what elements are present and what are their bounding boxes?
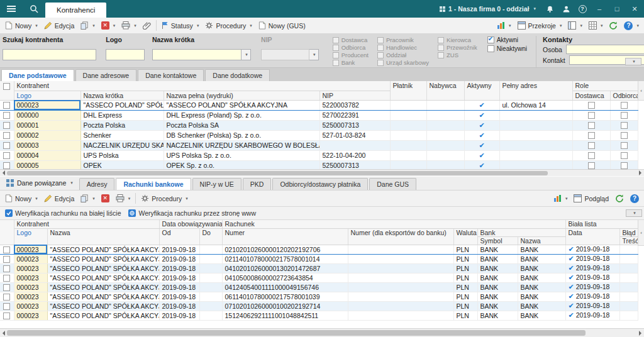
cell-platnik[interactable] <box>390 150 426 160</box>
minimize-button[interactable]: – <box>591 0 608 18</box>
cell-nabywca[interactable] <box>426 120 464 130</box>
cell-numer[interactable]: 04102010260000130201472687 <box>222 263 348 273</box>
col-biala-data[interactable]: Data <box>565 228 619 245</box>
cell-numer-eksport[interactable] <box>348 263 453 273</box>
cell-logo[interactable]: 000023 <box>14 254 47 263</box>
cell-blad[interactable] <box>619 311 638 320</box>
accounts-chart-button[interactable]: ▾ <box>550 192 571 204</box>
cell-platnik[interactable] <box>390 130 426 140</box>
related-tab-nip-y-w-ue[interactable]: NIP-y w UE <box>192 178 242 190</box>
main-grid-scrollbar[interactable] <box>0 169 644 176</box>
cell-aktywny[interactable]: ✔ <box>464 110 499 120</box>
row-select-cell[interactable] <box>0 100 14 110</box>
cell-nazwa-krotka[interactable]: NACZELNIK URZĘDU SKARBOWEGO <box>80 140 164 150</box>
cell-bank-symbol[interactable]: BANK <box>477 301 518 311</box>
account-row[interactable]: 000023"ASSECO POLAND" SPÓŁKA AKCYJNA2019… <box>0 301 638 311</box>
cell-nazwa-krotka[interactable]: Poczta Polska <box>80 120 164 130</box>
scroll-left-icon[interactable] <box>3 331 5 336</box>
col-group-rachunek[interactable]: Rachunek <box>222 220 565 228</box>
cell-dostawca[interactable] <box>572 150 610 160</box>
cell-numer[interactable]: 02114010780000217578001014 <box>222 254 348 263</box>
cell-nazwa[interactable]: "ASSECO POLAND" SPÓŁKA AKCYJNA <box>47 282 159 292</box>
cell-logo[interactable]: 000001 <box>14 120 80 130</box>
cell-numer-eksport[interactable] <box>348 311 453 320</box>
row-checkbox[interactable] <box>3 102 10 109</box>
panel-collapse-button[interactable]: ▾ <box>626 209 642 217</box>
cell-nazwa-krotka[interactable]: Schenker <box>80 130 164 140</box>
cell-logo[interactable]: 000000 <box>14 110 80 120</box>
row-checkbox[interactable] <box>3 275 10 282</box>
col-pelny-adres[interactable]: Pełny adres <box>499 81 572 100</box>
cell-dostawca[interactable] <box>572 100 610 110</box>
cell-bank-nazwa[interactable]: BANK <box>518 301 565 311</box>
row-select-cell[interactable] <box>0 263 14 273</box>
copy-button[interactable]: ▾ <box>77 19 98 31</box>
cell-pelny-adres[interactable] <box>499 110 572 120</box>
row-select-cell[interactable] <box>0 120 14 130</box>
filter-checkbox-pracownik[interactable]: Pracownik <box>377 36 429 43</box>
cell-numer-eksport[interactable] <box>348 273 453 282</box>
col-logo[interactable]: Logo <box>14 228 47 245</box>
cell-od[interactable]: 2019-09-18 <box>159 254 199 263</box>
cell-nazwa-pelna[interactable]: DHL Express (Poland) Sp. z o.o. <box>164 110 319 120</box>
filter-collapse-button[interactable]: ▾ <box>625 58 641 65</box>
cell-biala-data[interactable]: ✔ 2019-09-18 <box>565 273 619 282</box>
accounts-print-button[interactable]: ▾ <box>113 192 134 204</box>
cell-od[interactable]: 2019-09-18 <box>159 273 199 282</box>
attachments-button[interactable] <box>140 19 154 31</box>
row-checkbox[interactable] <box>3 112 10 119</box>
cell-waluta[interactable]: PLN <box>453 273 477 282</box>
cell-logo[interactable]: 000004 <box>14 150 80 160</box>
cell-logo[interactable]: 000023 <box>14 263 47 273</box>
cell-platnik[interactable] <box>390 110 426 120</box>
cell-od[interactable]: 2019-09-18 <box>159 311 199 320</box>
filter-checkbox-bank[interactable]: Bank <box>333 59 369 66</box>
procedury-button[interactable]: Procedury ▾ <box>202 19 255 31</box>
print-button[interactable]: ▾ <box>118 19 140 31</box>
row-checkbox[interactable] <box>3 142 10 149</box>
scroll-right-icon[interactable] <box>639 331 641 336</box>
kontrahent-row[interactable]: 000002SchenkerDB Schenker (Polska) Sp. z… <box>0 130 638 140</box>
cell-nazwa[interactable]: "ASSECO POLAND" SPÓŁKA AKCYJNA <box>47 301 159 311</box>
cell-waluta[interactable]: PLN <box>453 292 477 301</box>
tab-dane-adresowe[interactable]: Dane adresowe <box>75 69 137 81</box>
accounts-refresh-button[interactable] <box>612 192 627 205</box>
cell-blad[interactable] <box>619 282 638 292</box>
cell-nazwa-pelna[interactable]: Poczta Polska SA <box>164 120 319 130</box>
cell-odbiorca[interactable] <box>610 100 638 110</box>
col-group-biala-lista[interactable]: Biała lista <box>565 220 638 228</box>
cell-nip[interactable]: 5250007313 <box>319 120 390 130</box>
cell-aktywny[interactable]: ✔ <box>464 100 499 110</box>
col-nazwa[interactable]: Nazwa <box>47 228 159 245</box>
cell-do[interactable] <box>199 254 222 263</box>
nowy-gus-button[interactable]: Nowy (GUS) <box>255 19 309 31</box>
cell-nip[interactable]: 522-10-04-200 <box>319 150 390 160</box>
cell-aktywny[interactable]: ✔ <box>464 130 499 140</box>
cell-pelny-adres[interactable] <box>499 120 572 130</box>
cell-biala-data[interactable]: ✔ 2019-09-18 <box>565 292 619 301</box>
select-all-header[interactable] <box>0 81 14 100</box>
account-row[interactable]: 000023"ASSECO POLAND" SPÓŁKA AKCYJNA2019… <box>0 311 638 320</box>
cell-nazwa[interactable]: "ASSECO POLAND" SPÓŁKA AKCYJNA <box>47 292 159 301</box>
cell-do[interactable] <box>199 301 222 311</box>
related-tab-dane-gus[interactable]: Dane GUS <box>369 178 416 190</box>
row-select-cell[interactable] <box>0 301 14 311</box>
collapse-panel-button[interactable]: ‹ <box>638 220 644 246</box>
tab-dane-dodatkowe[interactable]: Dane dodatkowe <box>205 69 270 81</box>
col-dostawca[interactable]: Dostawca <box>572 91 610 100</box>
account-row[interactable]: 000023"ASSECO POLAND" SPÓŁKA AKCYJNA2019… <box>0 282 638 292</box>
cell-do[interactable] <box>199 311 222 320</box>
cell-numer[interactable]: 06114010780000217578001039 <box>222 292 348 301</box>
cell-blad[interactable] <box>619 273 638 282</box>
cell-aktywny[interactable]: ✔ <box>464 140 499 150</box>
filter-checkbox-oddzia[interactable]: Oddział <box>377 52 429 58</box>
cell-bank-symbol[interactable]: BANK <box>477 292 518 301</box>
cell-numer-eksport[interactable] <box>348 292 453 301</box>
kontrahent-row[interactable]: 000003NACZELNIK URZĘDU SKARBOWEGONACZELN… <box>0 140 638 150</box>
filter-checkbox-przewo-nik[interactable]: Przewoźnik <box>438 44 477 51</box>
global-search-button[interactable] <box>23 0 45 18</box>
row-checkbox[interactable] <box>3 303 10 310</box>
kontrahent-row[interactable]: 000001Poczta PolskaPoczta Polska SA52500… <box>0 120 638 130</box>
cell-nip[interactable]: 5220003782 <box>319 100 390 110</box>
row-select-cell[interactable] <box>0 273 14 282</box>
